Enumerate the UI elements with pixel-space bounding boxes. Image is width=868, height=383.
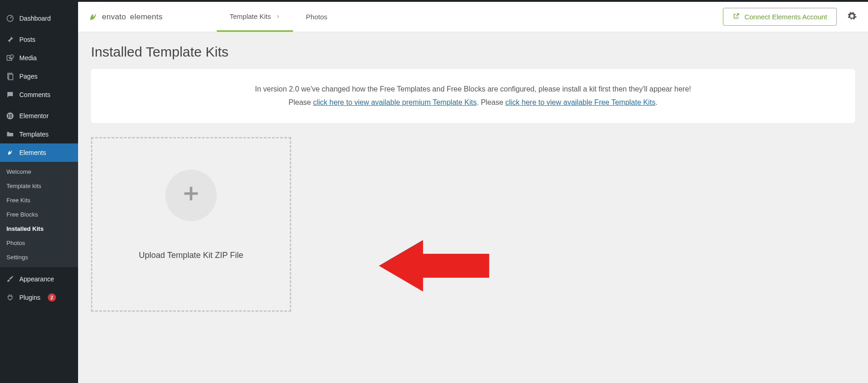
sidebar-item-plugins[interactable]: Plugins 2 [0,288,78,307]
leaf-icon [88,12,98,22]
wp-admin-bar: Wotahub | coworking 2 0 New Hi, admin@on… [0,0,868,2]
sidebar-item-elements[interactable]: Elements [0,143,78,162]
upload-plus-circle [165,170,217,221]
external-link-icon [733,12,740,21]
svg-rect-9 [10,115,12,116]
notice-box: In version 2.0 we've changed how the Fre… [91,69,855,123]
upload-kit-dropzone[interactable]: Upload Template Kit ZIP File [91,137,291,312]
subitem-settings[interactable]: Settings [0,250,78,264]
sidebar-submenu-elements: Welcome Template kits Free Kits Free Blo… [0,162,78,267]
annotation-arrow-icon [378,240,490,292]
sidebar-item-posts[interactable]: Posts [0,30,78,49]
tab-photos[interactable]: Photos [293,2,340,32]
subitem-welcome[interactable]: Welcome [0,165,78,179]
sidebar-item-label: Posts [19,36,35,43]
sidebar-item-label: Comments [19,91,51,98]
folder-icon [6,130,15,139]
subitem-free-kits[interactable]: Free Kits [0,193,78,207]
subitem-installed-kits[interactable]: Installed Kits [0,222,78,236]
subitem-template-kits[interactable]: Template kits [0,179,78,193]
plug-icon [6,293,15,302]
notice-text-mid: . Please [477,98,505,106]
subitem-photos[interactable]: Photos [0,236,78,250]
pages-icon [6,72,15,81]
gear-icon [847,11,857,21]
sidebar-item-appearance[interactable]: Appearance [0,270,78,288]
sidebar-item-label: Media [19,54,37,62]
connect-elements-button[interactable]: Connect Elements Account [723,8,837,26]
sidebar-item-label: Pages [19,73,38,80]
sidebar-item-label: Appearance [19,275,54,283]
settings-button[interactable] [847,11,857,23]
sidebar-item-templates[interactable]: Templates [0,125,78,143]
page-title: Installed Template Kits [91,44,855,60]
svg-rect-5 [9,74,13,80]
elementor-icon [6,111,15,120]
notice-text-suffix: . [655,98,657,106]
svg-marker-13 [379,240,489,292]
plus-icon [181,183,201,207]
subitem-free-blocks[interactable]: Free Blocks [0,207,78,222]
content-area: envato elements Template Kits Photos Con… [78,2,868,383]
chevron-right-icon [276,12,280,20]
envato-logo[interactable]: envato elements [88,2,212,32]
comment-icon [6,90,15,99]
svg-rect-7 [8,114,9,118]
dashboard-icon [6,14,15,23]
sidebar-item-media[interactable]: Media [0,49,78,67]
sidebar-item-label: Elements [19,149,46,156]
plugins-badge: 2 [48,293,56,302]
top-tabs: Template Kits Photos [217,2,340,32]
tab-label: Photos [306,13,327,21]
leaf-icon [6,148,15,157]
sidebar-item-pages[interactable]: Pages [0,67,78,86]
sidebar-item-elementor[interactable]: Elementor [0,107,78,125]
media-icon [6,53,15,63]
sidebar-item-dashboard[interactable]: Dashboard [0,9,78,28]
sidebar-item-label: Plugins [19,294,40,301]
pin-icon [6,35,15,44]
upload-label: Upload Template Kit ZIP File [139,251,243,260]
brush-icon [6,274,15,284]
notice-text-prefix: Please [288,98,313,106]
tab-label: Template Kits [230,12,271,20]
sidebar-item-comments[interactable]: Comments [0,86,78,104]
sidebar-item-label: Elementor [19,112,49,120]
envato-logo-text: envato elements [102,11,198,23]
notice-text-1: In version 2.0 we've changed how the Fre… [102,83,844,96]
sidebar-item-label: Dashboard [19,15,51,22]
connect-label: Connect Elements Account [744,13,827,21]
plugin-top-bar: envato elements Template Kits Photos Con… [78,2,868,32]
page-body: Installed Template Kits In version 2.0 w… [78,32,868,383]
svg-text:envato: envato [102,12,126,21]
link-premium-kits[interactable]: click here to view available premium Tem… [313,98,477,106]
notice-text-2: Please click here to view available prem… [102,96,844,109]
wp-sidebar: Dashboard Posts Media Pages Comments Ele… [0,0,78,383]
svg-text:elements: elements [130,12,163,21]
link-free-kits[interactable]: click here to view available Free Templa… [505,98,655,106]
svg-rect-10 [10,117,12,118]
tab-template-kits[interactable]: Template Kits [217,2,293,32]
sidebar-item-label: Templates [19,131,49,138]
svg-rect-8 [10,114,12,115]
